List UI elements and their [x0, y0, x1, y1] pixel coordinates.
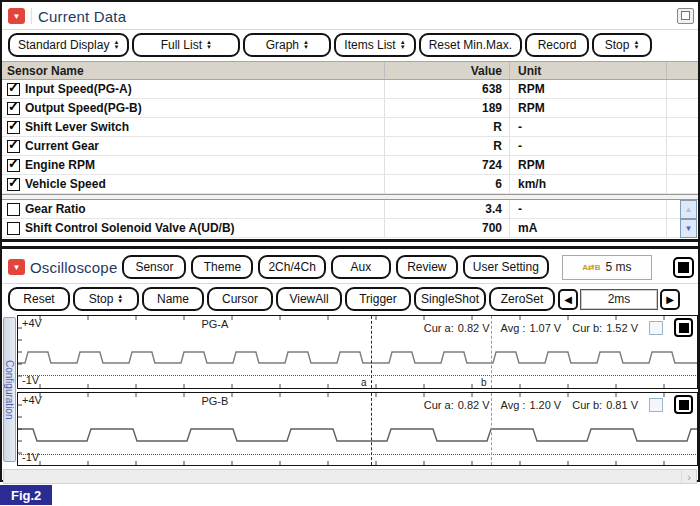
sensor-name: Gear Ratio [25, 202, 86, 216]
stop-dropdown[interactable]: Stop▲▼ [73, 287, 139, 311]
main-window: ▼ Current Data Standard Display▲▼ Full L… [0, 0, 700, 482]
sensor-name: Shift Control Solenoid Valve A(UD/B) [25, 221, 235, 235]
cursor-a-label: a [361, 377, 367, 388]
sensor-value: 638 [384, 80, 509, 98]
table-scrollbar: ▲ ▼ [680, 200, 697, 238]
user-setting-button[interactable]: User Setting [463, 255, 549, 279]
spinner-icon: ▲▼ [206, 40, 212, 50]
channel-name: PG-A [18, 318, 412, 330]
viewall-button[interactable]: ViewAll [276, 287, 342, 311]
table-row[interactable]: Output Speed(PG-B) 189 RPM [2, 99, 698, 118]
sensor-value: 189 [384, 99, 509, 117]
theme-button[interactable]: Theme [191, 255, 253, 279]
sensor-value: 700 [384, 219, 509, 237]
cursor-button[interactable]: Cursor [207, 287, 273, 311]
configuration-tab[interactable]: Configuration [3, 317, 16, 462]
table-row[interactable]: Gear Ratio 3.4 - [2, 200, 698, 219]
graph-dropdown[interactable]: Graph▲▼ [243, 33, 331, 57]
table-row[interactable]: Engine RPM 724 RPM [2, 156, 698, 175]
waveform-area: Configuration a b +4V PG-A -1V Cur a:0.8… [2, 315, 698, 466]
row-checkbox[interactable] [7, 159, 20, 172]
sensor-unit: RPM [509, 156, 666, 174]
channel-name: PG-B [18, 395, 412, 407]
stop-square-button[interactable] [673, 257, 694, 278]
cursor-ab-icon: A⇄B [582, 263, 600, 272]
oscilloscope-titlebar: ▼ Oscilloscope Sensor Theme 2Ch/4Ch Aux … [2, 250, 698, 282]
full-list-dropdown[interactable]: Full List▲▼ [132, 33, 240, 57]
table-row[interactable]: Vehicle Speed 6 km/h [2, 175, 698, 194]
sensor-button[interactable]: Sensor [122, 255, 186, 279]
row-checkbox[interactable] [7, 178, 20, 191]
current-data-titlebar: ▼ Current Data [2, 2, 698, 28]
spinner-icon: ▲▼ [303, 40, 309, 50]
scroll-down-icon[interactable]: ▼ [680, 219, 697, 238]
divider [31, 8, 32, 24]
row-checkbox[interactable] [7, 121, 20, 134]
sensor-value: 6 [384, 175, 509, 193]
items-list-dropdown[interactable]: Items List▲▼ [334, 33, 415, 57]
sensor-unit: RPM [509, 99, 666, 117]
timebase-prev-icon[interactable]: ◀ [558, 289, 578, 310]
current-data-title: Current Data [38, 8, 126, 25]
singleshot-button[interactable]: SingleShot [414, 287, 486, 311]
channel-checkbox[interactable] [649, 321, 663, 335]
sensor-name: Current Gear [25, 139, 99, 153]
table-row[interactable]: Shift Lever Switch R - [2, 118, 698, 137]
sensor-name: Output Speed(PG-B) [25, 101, 142, 115]
row-checkbox[interactable] [7, 140, 20, 153]
channel-checkbox[interactable] [649, 398, 663, 412]
stop-dropdown[interactable]: Stop▲▼ [592, 33, 652, 57]
zero-reference-line [19, 375, 696, 376]
sensor-unit: km/h [509, 175, 666, 193]
panel-separator [2, 238, 698, 250]
row-checkbox[interactable] [7, 83, 20, 96]
current-data-toolbar: Standard Display▲▼ Full List▲▼ Graph▲▼ I… [2, 30, 698, 60]
cursor-b-label: b [481, 377, 487, 388]
row-checkbox[interactable] [7, 102, 20, 115]
table-row[interactable]: Input Speed(PG-A) 638 RPM [2, 80, 698, 99]
scroll-right-icon[interactable]: › [681, 470, 696, 483]
reset-minmax-button[interactable]: Reset Min.Max. [419, 33, 522, 57]
scan-tool-screenshot: ▼ Current Data Standard Display▲▼ Full L… [0, 0, 700, 506]
sensor-unit: - [509, 137, 666, 155]
channel-stop-button[interactable] [674, 395, 693, 414]
channel-mode-button[interactable]: 2Ch/4Ch [258, 255, 325, 279]
table-row[interactable]: Shift Control Solenoid Valve A(UD/B) 700… [2, 219, 698, 238]
channel-bottom-scale: -1V [22, 374, 39, 386]
row-checkbox[interactable] [7, 222, 20, 235]
standard-display-dropdown[interactable]: Standard Display▲▼ [8, 33, 129, 57]
record-button[interactable]: Record [525, 33, 589, 57]
aux-button[interactable]: Aux [331, 255, 391, 279]
sensor-unit: - [509, 200, 666, 218]
trigger-button[interactable]: Trigger [345, 287, 411, 311]
sample-time-display: A⇄B 5 ms [562, 255, 652, 280]
chevron-down-icon[interactable]: ▼ [8, 8, 25, 24]
row-checkbox[interactable] [7, 203, 20, 216]
spinner-icon: ▲▼ [400, 40, 406, 50]
zeroset-button[interactable]: ZeroSet [489, 287, 555, 311]
review-button[interactable]: Review [396, 255, 458, 279]
chevron-down-icon[interactable]: ▼ [8, 259, 25, 275]
channel-stop-button[interactable] [674, 318, 693, 337]
sensor-table: Sensor Name Value Unit Input Speed(PG-A)… [2, 61, 698, 238]
figure-caption: Fig.2 [0, 485, 52, 505]
sensor-unit: mA [509, 219, 666, 237]
timebase-next-icon[interactable]: ▶ [660, 289, 680, 310]
oscilloscope-toolbar: Reset Stop▲▼ Name Cursor ViewAll Trigger… [2, 284, 698, 314]
sensor-name: Shift Lever Switch [25, 120, 129, 134]
scroll-up-icon[interactable]: ▲ [680, 200, 697, 219]
channel-pg-a: a b +4V PG-A -1V Cur a:0.82 V Avg :1.07 … [17, 315, 698, 389]
table-row[interactable]: Current Gear R - [2, 137, 698, 156]
restore-window-icon[interactable] [677, 8, 694, 24]
spinner-icon: ▲▼ [117, 294, 123, 304]
sensor-name: Engine RPM [25, 158, 95, 172]
oscilloscope-title: Oscilloscope [30, 259, 117, 276]
reset-button[interactable]: Reset [8, 287, 70, 311]
configuration-tab-label: Configuration [4, 360, 15, 419]
channel-stats: Cur a:0.82 V Avg :1.20 V Cur b:0.81 V [424, 395, 693, 414]
spinner-icon: ▲▼ [633, 40, 639, 50]
horizontal-scrollbar[interactable]: › [3, 469, 697, 484]
name-button[interactable]: Name [142, 287, 204, 311]
header-sensor-name: Sensor Name [2, 62, 384, 79]
sensor-value: 3.4 [384, 200, 509, 218]
